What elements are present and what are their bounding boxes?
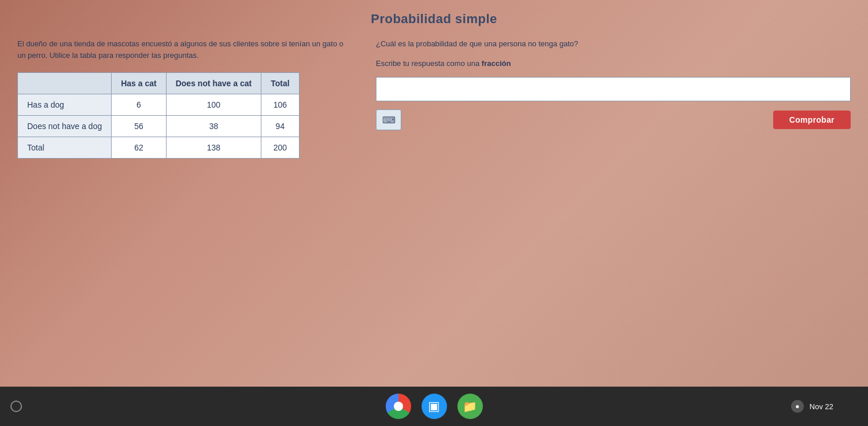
data-table: Has a cat Does not have a cat Total Has … bbox=[17, 72, 300, 159]
instruction-text: Escribe tu respuesta como una fracción bbox=[376, 58, 851, 69]
table-row: Does not have a dog 56 38 94 bbox=[18, 116, 300, 137]
row2-label: Does not have a dog bbox=[18, 116, 112, 137]
files-icon[interactable]: 📁 bbox=[457, 394, 483, 419]
keyboard-icon: ⌨ bbox=[382, 115, 396, 126]
page-title: Probabilidad simple bbox=[17, 12, 851, 27]
chrome-icon[interactable] bbox=[386, 394, 411, 419]
row1-no-cat: 100 bbox=[166, 94, 261, 116]
table-row: Has a dog 6 100 106 bbox=[18, 94, 300, 116]
row3-has-cat: 62 bbox=[112, 137, 166, 159]
screen: Probabilidad simple El dueño de una tien… bbox=[0, 0, 868, 426]
taskbar-left bbox=[10, 401, 22, 412]
submit-button[interactable]: Comprobar bbox=[773, 111, 851, 129]
question-span: ¿Cuál es la probabilidad de que una pers… bbox=[376, 39, 578, 48]
keyboard-button[interactable]: ⌨ bbox=[376, 109, 401, 130]
table-header-has-cat: Has a cat bbox=[112, 73, 166, 94]
instruction-span: Escribe tu respuesta como una bbox=[376, 59, 482, 68]
description-text: El dueño de una tienda de mascotas encue… bbox=[17, 38, 353, 61]
table-header-empty bbox=[18, 73, 112, 94]
row3-no-cat: 138 bbox=[166, 137, 261, 159]
right-panel: ¿Cuál es la probabilidad de que una pers… bbox=[376, 38, 851, 375]
row2-has-cat: 56 bbox=[112, 116, 166, 137]
instruction-bold: fracción bbox=[482, 59, 511, 68]
row2-total: 94 bbox=[261, 116, 299, 137]
row1-total: 106 bbox=[261, 94, 299, 116]
monitor-symbol: ▣ bbox=[428, 399, 440, 414]
row1-label: Has a dog bbox=[18, 94, 112, 116]
taskbar-circle bbox=[10, 401, 22, 412]
files-symbol: 📁 bbox=[463, 399, 477, 413]
table-header-total: Total bbox=[261, 73, 299, 94]
table-row: Total 62 138 200 bbox=[18, 137, 300, 159]
taskbar-time: Nov 22 bbox=[810, 402, 833, 411]
monitor-icon[interactable]: ▣ bbox=[422, 394, 447, 419]
question-text: ¿Cuál es la probabilidad de que una pers… bbox=[376, 38, 851, 50]
answer-input[interactable] bbox=[376, 77, 851, 101]
row2-no-cat: 38 bbox=[166, 116, 261, 137]
table-header-no-cat: Does not have a cat bbox=[166, 73, 261, 94]
left-panel: El dueño de una tienda de mascotas encue… bbox=[17, 38, 353, 375]
row1-has-cat: 6 bbox=[112, 94, 166, 116]
row3-total: 200 bbox=[261, 137, 299, 159]
taskbar: ▣ 📁 ● Nov 22 bbox=[0, 387, 868, 426]
row3-label: Total bbox=[18, 137, 112, 159]
action-row: ⌨ Comprobar bbox=[376, 109, 851, 130]
notification-button[interactable]: ● bbox=[791, 400, 804, 413]
content-area: El dueño de una tienda de mascotas encue… bbox=[17, 38, 851, 375]
taskbar-right: ● Nov 22 bbox=[791, 400, 833, 413]
main-content: Probabilidad simple El dueño de una tien… bbox=[0, 0, 868, 387]
